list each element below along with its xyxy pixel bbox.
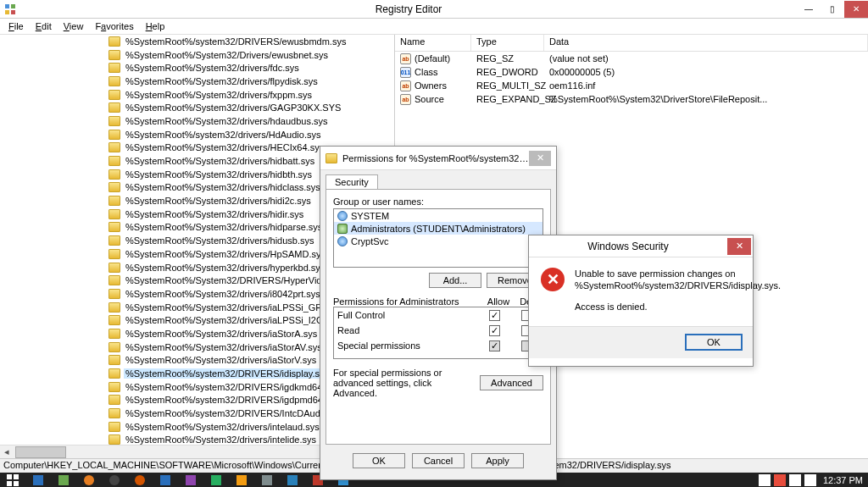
allow-col-header: Allow: [479, 296, 518, 307]
scrollbar-thumb[interactable]: [15, 446, 66, 458]
tree-item[interactable]: %SystemRoot%/System32/drivers/fxppm.sys: [108, 88, 394, 102]
tray-icon[interactable]: [789, 474, 801, 486]
taskbar-app[interactable]: [203, 473, 229, 487]
start-button[interactable]: [0, 473, 25, 487]
col-name-header[interactable]: Name: [395, 35, 471, 51]
menubar: File Edit View Favorites Help: [0, 19, 868, 35]
cancel-button[interactable]: Cancel: [412, 453, 465, 468]
value-name: (Default): [415, 53, 450, 64]
folder-icon: [326, 153, 337, 163]
tree-label: %SystemRoot%/System32/drivers/hidbatt.sy…: [124, 156, 316, 166]
col-type-header[interactable]: Type: [471, 35, 544, 51]
tree-item[interactable]: %SystemRoot%/System32/drivers/flpydisk.s…: [108, 75, 394, 88]
tree-item[interactable]: %SystemRoot%/system32/drivers/HdAudio.sy…: [108, 128, 394, 141]
tree-label: %SystemRoot%/System32/drivers/hdaudbus.s…: [124, 116, 329, 126]
taskbar-clock[interactable]: 12:37 PM: [818, 475, 868, 485]
apply-button[interactable]: Apply: [471, 453, 524, 468]
value-row[interactable]: abOwnersREG_MULTI_SZoem116.inf: [395, 79, 868, 92]
error-message-2: Access is denied.: [575, 301, 781, 313]
close-button[interactable]: ✕: [844, 1, 868, 18]
add-button[interactable]: Add...: [429, 273, 481, 288]
tree-label: %SystemRoot%/system32/drivers/HdAudio.sy…: [124, 130, 322, 140]
group-users-listbox[interactable]: SYSTEMAdministrators (STUDENT\Administra…: [333, 208, 543, 268]
ok-button[interactable]: OK: [353, 453, 405, 468]
tree-item[interactable]: %SystemRoot%/System32/drivers/fdc.sys: [108, 61, 394, 75]
maximize-button[interactable]: ▯: [821, 1, 844, 18]
folder-icon: [108, 209, 120, 219]
folder-icon: [108, 422, 120, 432]
svg-rect-2: [5, 10, 9, 14]
user-name: SYSTEM: [351, 211, 389, 221]
group-icon: [337, 224, 348, 234]
checkbox: [489, 340, 500, 351]
value-data: 0x00000005 (5): [544, 67, 868, 77]
tray-icon[interactable]: [759, 474, 771, 486]
error-titlebar[interactable]: Windows Security ✕: [529, 235, 753, 257]
folder-icon: [108, 222, 120, 232]
menu-view[interactable]: View: [58, 19, 89, 33]
taskbar-app[interactable]: [280, 473, 305, 487]
folder-icon: [108, 235, 120, 246]
advanced-text: For special permissions or advanced sett…: [333, 368, 473, 398]
folder-icon: [108, 76, 120, 86]
error-message-1: Unable to save permission changes on %Sy…: [575, 268, 781, 292]
tree-label: %SystemRoot%/System32/drivers/iaStorA.sy…: [124, 329, 319, 339]
user-row[interactable]: Administrators (STUDENT\Administrators): [334, 222, 542, 235]
value-row[interactable]: ab(Default)REG_SZ(value not set): [395, 52, 868, 65]
taskbar-app[interactable]: [51, 473, 76, 487]
error-text: Unable to save permission changes on %Sy…: [575, 268, 781, 321]
user-row[interactable]: SYSTEM: [334, 209, 542, 222]
advanced-button[interactable]: Advanced: [480, 375, 543, 390]
value-name: Owners: [415, 80, 447, 91]
user-icon: [337, 236, 348, 246]
tray-icon[interactable]: [774, 474, 786, 486]
checkbox[interactable]: [489, 325, 500, 336]
taskbar-app[interactable]: [229, 473, 254, 487]
user-row[interactable]: CryptSvc: [334, 235, 542, 247]
window-titlebar: Registry Editor — ▯ ✕: [0, 0, 868, 19]
permission-label: Full Control: [337, 310, 475, 320]
taskbar-app[interactable]: [76, 473, 102, 487]
tab-security[interactable]: Security: [326, 174, 378, 189]
error-close-button[interactable]: ✕: [727, 238, 751, 255]
taskbar-app[interactable]: [254, 473, 280, 487]
svg-rect-4: [7, 474, 12, 479]
svg-rect-3: [11, 10, 15, 14]
reg-value-icon: 011: [400, 67, 411, 78]
folder-icon: [108, 116, 120, 126]
value-name: Source: [415, 94, 444, 104]
folder-icon: [108, 182, 120, 192]
taskbar-app[interactable]: [102, 473, 127, 487]
tree-item[interactable]: %SystemRoot%/System32/Drivers/ewusbnet.s…: [108, 48, 394, 62]
tree-item[interactable]: %SystemRoot%/system32/DRIVERS/ewusbmdm.s…: [108, 35, 394, 48]
scroll-left-icon[interactable]: ◂: [0, 445, 14, 459]
taskbar-app[interactable]: [178, 473, 203, 487]
dialog-titlebar[interactable]: Permissions for %SystemRoot%/system32/D.…: [320, 147, 556, 170]
tree-label: %SystemRoot%/System32/drivers/iaStorAV.s…: [124, 342, 324, 352]
taskbar-app[interactable]: [127, 473, 153, 487]
checkbox[interactable]: [489, 310, 500, 321]
menu-favorites[interactable]: Favorites: [90, 19, 138, 33]
dialog-close-button[interactable]: ✕: [529, 151, 551, 166]
col-data-header[interactable]: Data: [544, 35, 868, 51]
tree-item[interactable]: %SystemRoot%/System32/drivers/GAGP30KX.S…: [108, 101, 394, 114]
menu-file[interactable]: File: [3, 19, 29, 33]
minimize-button[interactable]: —: [797, 1, 821, 18]
folder-icon: [108, 275, 120, 285]
value-row[interactable]: abSourceREG_EXPAND_SZ%SystemRoot%\System…: [395, 92, 868, 106]
dialog-title: Permissions for %SystemRoot%/system32/D.…: [342, 153, 529, 163]
tray-icon[interactable]: [804, 474, 816, 486]
menu-edit[interactable]: Edit: [31, 19, 57, 33]
folder-icon: [108, 50, 120, 60]
folder-icon: [108, 355, 120, 365]
values-header: Name Type Data: [395, 35, 868, 52]
error-ok-button[interactable]: OK: [685, 334, 743, 351]
menu-help[interactable]: Help: [141, 19, 170, 33]
value-row[interactable]: 011ClassREG_DWORD0x00000005 (5): [395, 65, 868, 79]
permissions-grid: Full ControlReadSpecial permissions: [333, 307, 543, 359]
taskbar-app[interactable]: [25, 473, 51, 487]
taskbar-app[interactable]: [153, 473, 178, 487]
reg-value-icon: ab: [400, 53, 411, 64]
tree-item[interactable]: %SystemRoot%/System32/drivers/hdaudbus.s…: [108, 114, 394, 128]
tree-label: %SystemRoot%/System32/drivers/GAGP30KX.S…: [124, 102, 342, 113]
